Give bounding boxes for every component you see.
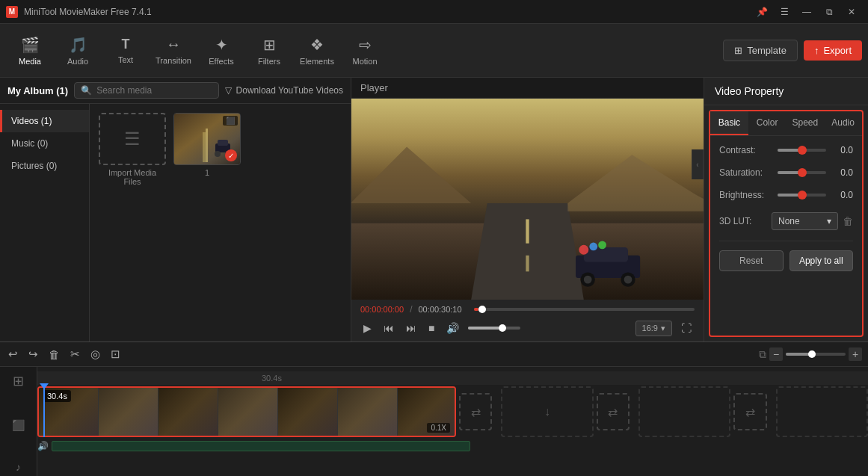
pin-button[interactable]: 📌: [751, 4, 772, 19]
tool-transition[interactable]: ↔ Transition: [150, 27, 197, 75]
sidebar-item-music[interactable]: Music (0): [0, 132, 89, 155]
tool-motion[interactable]: ⇨ Motion: [341, 27, 389, 75]
transition-slot-3[interactable]: ⇄: [733, 393, 766, 430]
audio-clip[interactable]: [52, 441, 470, 451]
tool-effects[interactable]: ✦ Effects: [197, 27, 245, 75]
close-button[interactable]: ✕: [841, 4, 862, 19]
apply-to-all-button[interactable]: Apply to all: [789, 250, 854, 271]
svg-point-21: [589, 243, 597, 251]
fullscreen-button[interactable]: ⛶: [678, 319, 695, 337]
video-clip[interactable]: 30.4s 0.1X: [37, 386, 456, 437]
svg-point-19: [624, 276, 632, 284]
player-controls: 00:00:00:00 / 00:00:30:10 ▶ ⏮ ⏭ ■ 🔊: [351, 300, 704, 341]
zoom-out-button[interactable]: −: [769, 347, 783, 361]
empty-clip-1[interactable]: ↓: [501, 386, 593, 437]
undo-button[interactable]: ↩: [6, 345, 20, 363]
progress-bar[interactable]: [474, 308, 695, 311]
transition-slot-2[interactable]: ⇄: [597, 393, 630, 430]
svg-rect-11: [526, 256, 529, 272]
ruler-mark: 30.4s: [262, 374, 282, 383]
chevron-down-icon: ▾: [827, 216, 831, 226]
template-button[interactable]: ⊞ Template: [723, 40, 798, 61]
redo-button[interactable]: ↪: [26, 345, 40, 363]
effects-icon: ✦: [215, 36, 228, 54]
tool-audio[interactable]: 🎵 Audio: [54, 27, 102, 75]
contrast-value: 0.0: [832, 145, 853, 155]
tab-color[interactable]: Color: [748, 111, 787, 135]
import-media-button[interactable]: ☰: [99, 113, 166, 165]
brightness-thumb[interactable]: [798, 191, 807, 200]
lut-delete-icon[interactable]: 🗑: [843, 215, 853, 227]
volume-thumb[interactable]: [499, 324, 506, 332]
prev-button[interactable]: ⏮: [381, 319, 397, 337]
timeline-track-icons: ⊞ ⬛ ♪ 🎵: [0, 367, 37, 476]
export-icon: ↑: [814, 45, 819, 56]
time-current: 00:00:00:00: [360, 305, 404, 314]
video-track-icon[interactable]: ⬛: [12, 419, 25, 431]
search-input[interactable]: [96, 85, 212, 96]
zoom-slider[interactable]: [786, 353, 846, 356]
clip-frame-6: [338, 388, 398, 436]
panel-collapse-btn[interactable]: ‹: [692, 149, 704, 179]
tab-basic[interactable]: Basic: [710, 111, 748, 135]
video-area[interactable]: [351, 99, 704, 300]
stop-button[interactable]: ■: [425, 319, 437, 337]
sidebar-label-music: Music (0): [11, 138, 48, 149]
tool-text[interactable]: T Text: [102, 27, 150, 75]
volume-slider[interactable]: [468, 327, 520, 330]
zoom-in-button[interactable]: +: [849, 347, 862, 361]
tool-elements[interactable]: ❖ Elements: [293, 27, 341, 75]
time-total: 00:00:30:10: [418, 305, 461, 314]
saturation-thumb[interactable]: [798, 168, 807, 177]
filters-label: Filters: [258, 57, 280, 66]
zoom-thumb[interactable]: [808, 350, 816, 358]
crop-button[interactable]: ⊡: [108, 345, 123, 363]
restore-button[interactable]: ⧉: [819, 4, 840, 19]
audio-label: Audio: [67, 57, 88, 66]
audio-track-icon[interactable]: ♪: [16, 461, 21, 473]
media-header: My Album (1) 🔍 ▽ Download YouTube Videos: [0, 78, 351, 104]
timeline-bar: 00:00:00:00 / 00:00:30:10: [360, 304, 695, 315]
next-button[interactable]: ⏭: [403, 319, 419, 337]
sidebar-item-videos[interactable]: Videos (1): [0, 110, 89, 132]
progress-thumb[interactable]: [478, 306, 486, 313]
empty-clip-2[interactable]: [638, 386, 730, 437]
audio-track-row: 🔊: [37, 440, 868, 452]
menu-button[interactable]: ☰: [774, 4, 795, 19]
audio-detach-button[interactable]: ◎: [88, 345, 102, 363]
search-box[interactable]: 🔍: [74, 82, 218, 99]
split-button[interactable]: ✂: [68, 345, 82, 363]
lut-dropdown[interactable]: None ▾: [772, 212, 838, 230]
media-thumb-item: ⬛ ✓ 1: [173, 113, 241, 186]
media-thumbnail[interactable]: ⬛ ✓: [173, 113, 241, 165]
empty-clip-3[interactable]: [776, 386, 868, 437]
text-icon: T: [122, 37, 130, 52]
time-separator: /: [410, 304, 412, 315]
control-row: ▶ ⏮ ⏭ ■ 🔊 16:9 ▾ ⛶: [360, 319, 695, 337]
timeline-body: ⊞ ⬛ ♪ 🎵 30.4s 30.4s: [0, 367, 868, 476]
tab-speed[interactable]: Speed: [787, 111, 825, 135]
delete-button[interactable]: 🗑: [46, 346, 62, 363]
media-icon: 🎬: [21, 36, 40, 54]
export-button[interactable]: ↑ Export: [804, 40, 862, 61]
play-button[interactable]: ▶: [360, 319, 375, 337]
volume-button[interactable]: 🔊: [443, 319, 462, 337]
download-btn[interactable]: ▽ Download YouTube Videos: [225, 85, 343, 96]
contrast-thumb[interactable]: [798, 146, 807, 155]
svg-marker-9: [471, 203, 584, 300]
minimize-button[interactable]: —: [796, 4, 817, 19]
transition-slot-1[interactable]: ⇄: [459, 393, 492, 430]
contrast-slider[interactable]: [778, 149, 826, 152]
add-track-icon[interactable]: ⊞: [13, 373, 24, 389]
template-icon: ⊞: [734, 45, 742, 56]
sidebar-item-pictures[interactable]: Pictures (0): [0, 155, 89, 177]
brightness-slider[interactable]: [778, 194, 826, 197]
reset-button[interactable]: Reset: [719, 250, 784, 271]
tool-filters[interactable]: ⊞ Filters: [245, 27, 293, 75]
tab-audio[interactable]: Audio: [824, 111, 862, 135]
saturation-slider[interactable]: [778, 171, 826, 174]
svg-point-5: [215, 151, 221, 157]
tool-media[interactable]: 🎬 Media: [6, 27, 54, 75]
aspect-ratio-btn[interactable]: 16:9 ▾: [635, 321, 672, 336]
playhead[interactable]: [43, 386, 45, 437]
